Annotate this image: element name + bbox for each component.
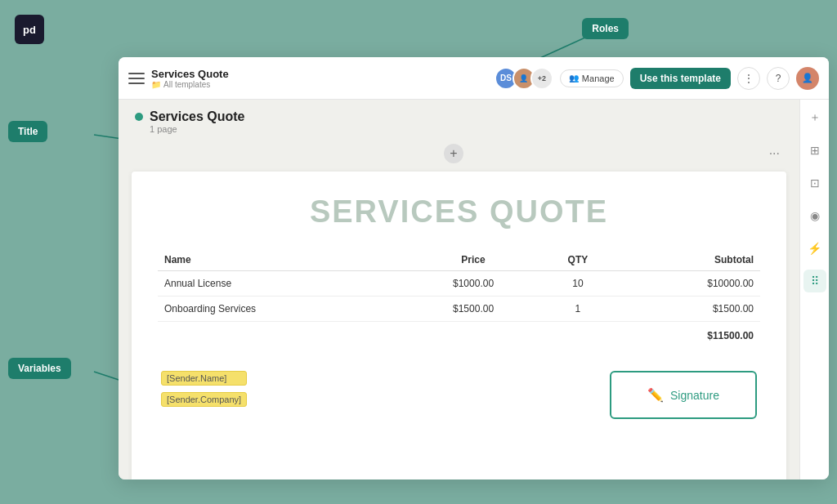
document-title-section: Services Quote 📁 All templates	[151, 68, 488, 89]
variable-tag: [Sender.Company]	[161, 392, 247, 407]
cell-subtotal: $10000.00	[618, 271, 760, 297]
variable-tag: [Sender.Name]	[161, 371, 247, 386]
callout-roles: Roles	[582, 18, 629, 39]
top-bar-right: DS 👤 +2 👥 Manage Use this template ⋮	[495, 67, 819, 90]
use-template-button[interactable]: Use this template	[630, 68, 731, 89]
doc-heading: SERVICES QUOTE	[158, 194, 760, 230]
cell-subtotal: $1500.00	[618, 297, 760, 322]
sidebar-add-icon[interactable]: ＋	[803, 106, 826, 129]
doc-page: SERVICES QUOTE Name Price QTY Subtotal	[132, 172, 786, 479]
page-toolbar: + ···	[132, 140, 786, 167]
page-options-button[interactable]: ···	[769, 146, 780, 161]
table-row: Annual License $1000.00 10 $10000.00	[158, 271, 760, 297]
doc-title-label: Services Quote	[151, 68, 488, 80]
signature-label: Signature	[670, 389, 719, 402]
main-window: Services Quote 📁 All templates DS 👤 +2	[119, 57, 829, 479]
logo-text: pd	[23, 24, 36, 36]
sidebar-grid-icon[interactable]: ⊞	[803, 139, 826, 162]
pd-logo[interactable]: pd	[15, 15, 44, 44]
right-sidebar: ＋ ⊞ ⊡ ◉ ⚡ ⠿	[799, 100, 829, 479]
folder-icon: 📁	[151, 80, 161, 89]
sidebar-apps-icon[interactable]: ⠿	[803, 270, 826, 292]
sidebar-lightning-icon[interactable]: ⚡	[803, 237, 826, 260]
doc-area: Services Quote 1 page + ··· SERVICES QUO…	[119, 100, 799, 479]
table-header-row: Name Price QTY Subtotal	[158, 249, 760, 271]
content-area: Services Quote 1 page + ··· SERVICES QUO…	[119, 100, 829, 479]
manage-button[interactable]: 👥 Manage	[560, 69, 624, 87]
cell-price: $1500.00	[409, 297, 538, 322]
cell-qty: 10	[538, 271, 617, 297]
col-header-qty: QTY	[538, 249, 617, 271]
more-options-button[interactable]: ⋮	[737, 67, 760, 90]
col-header-price: Price	[409, 249, 538, 271]
cell-name: Onboarding Services	[158, 297, 409, 322]
cell-name: Annual License	[158, 271, 409, 297]
sidebar-palette-icon[interactable]: ◉	[803, 204, 826, 227]
help-button[interactable]: ?	[767, 67, 790, 90]
doc-status-dot	[135, 113, 143, 121]
doc-breadcrumb: 📁 All templates	[151, 80, 488, 89]
avatar-count: +2	[530, 67, 553, 90]
sidebar-layout-icon[interactable]: ⊡	[803, 172, 826, 194]
cell-qty: 1	[538, 297, 617, 322]
col-header-subtotal: Subtotal	[618, 249, 760, 271]
hamburger-menu[interactable]	[128, 70, 145, 87]
cell-price: $1000.00	[409, 271, 538, 297]
table-row: Onboarding Services $1500.00 1 $1500.00	[158, 297, 760, 322]
variables-section: [Sender.Name][Sender.Company] ✏️ Signatu…	[158, 371, 760, 419]
avatar-group: DS 👤 +2	[495, 67, 553, 90]
signature-field[interactable]: ✏️ Signature	[610, 371, 757, 419]
doc-title-row: Services Quote 1 page	[132, 109, 786, 134]
quote-table: Name Price QTY Subtotal Annual License $…	[158, 249, 760, 348]
variable-block: [Sender.Name][Sender.Company]	[161, 371, 247, 410]
add-page-button[interactable]: +	[444, 144, 463, 163]
table-total-row: $11500.00	[158, 322, 760, 349]
doc-pages-count: 1 page	[150, 124, 245, 134]
user-avatar[interactable]: 👤	[796, 67, 819, 90]
col-header-name: Name	[158, 249, 409, 271]
callout-title: Title	[8, 121, 47, 142]
total-amount: $11500.00	[618, 322, 760, 349]
top-bar: Services Quote 📁 All templates DS 👤 +2	[119, 57, 829, 100]
signature-icon: ✏️	[647, 387, 664, 403]
doc-main-title: Services Quote	[150, 109, 245, 124]
callout-variables: Variables	[8, 358, 71, 379]
doc-title-group: Services Quote 1 page	[150, 109, 245, 134]
